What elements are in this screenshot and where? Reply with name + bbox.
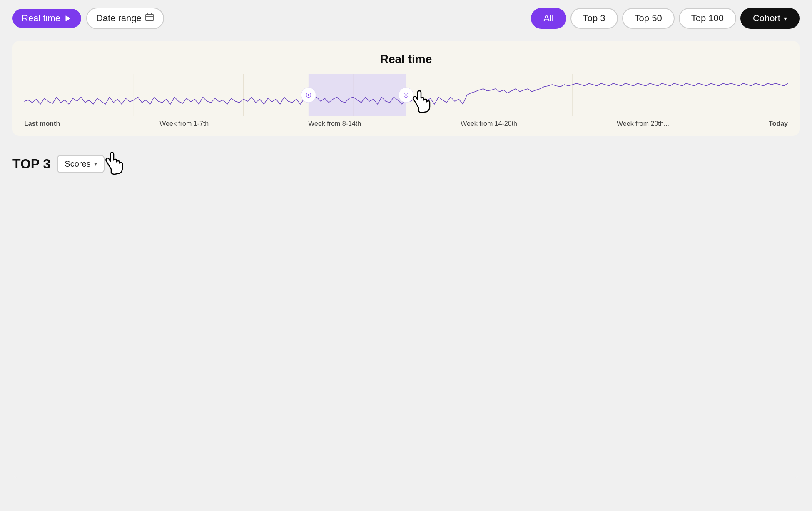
realtime-label: Real time: [22, 13, 60, 24]
chart-labels: Last month Week from 1-7th Week from 8-1…: [24, 120, 788, 128]
filter-cohort-label: Cohort: [753, 13, 780, 24]
svg-text:⦿: ⦿: [306, 92, 311, 98]
top3-section-header: TOP 3 Scores: [12, 148, 800, 179]
cursor-hand-chart: [410, 87, 433, 118]
chart-area: ⦿ ⦿: [24, 74, 788, 116]
chart-label-today: Today: [769, 120, 788, 128]
main-content: Real time ⦿: [0, 37, 812, 490]
daterange-label: Date range: [96, 13, 142, 24]
toolbar-right: All Top 3 Top 50 Top 100 Cohort ▾: [531, 8, 800, 29]
chart-svg: ⦿ ⦿: [24, 74, 788, 116]
filter-top100-label: Top 100: [691, 13, 724, 23]
filter-all-button[interactable]: All: [531, 8, 566, 29]
play-icon: [64, 14, 72, 23]
toolbar-left: Real time Date range: [12, 8, 164, 29]
toolbar: Real time Date range All T: [0, 0, 812, 37]
cursor-hand-dropdown: [103, 148, 126, 179]
chevron-down-icon: ▾: [784, 15, 787, 23]
filter-top3-button[interactable]: Top 3: [570, 8, 618, 29]
chart-label-week2: Week from 8-14th: [308, 120, 361, 128]
chart-label-last-month: Last month: [24, 120, 60, 128]
chart-label-week1: Week from 1-7th: [159, 120, 209, 128]
scores-dropdown-label: Scores: [65, 159, 90, 169]
svg-rect-11: [309, 74, 406, 116]
top3-content: [12, 186, 800, 478]
top3-title: TOP 3: [12, 156, 50, 172]
daterange-button[interactable]: Date range: [86, 8, 164, 29]
scores-dropdown[interactable]: Scores: [57, 155, 104, 173]
chart-title: Real time: [24, 53, 788, 66]
svg-rect-0: [146, 14, 153, 21]
calendar-icon: [145, 13, 154, 24]
svg-text:⦿: ⦿: [403, 92, 409, 98]
realtime-button[interactable]: Real time: [12, 9, 81, 28]
filter-top100-button[interactable]: Top 100: [679, 8, 736, 29]
filter-all-label: All: [543, 13, 553, 23]
filter-top50-label: Top 50: [635, 13, 662, 23]
chart-card: Real time ⦿: [12, 41, 800, 136]
filter-top50-button[interactable]: Top 50: [622, 8, 675, 29]
chart-label-week3: Week from 14-20th: [461, 120, 517, 128]
filter-cohort-button[interactable]: Cohort ▾: [740, 8, 800, 29]
filter-top3-label: Top 3: [583, 13, 605, 23]
chart-label-week4: Week from 20th...: [617, 120, 669, 128]
